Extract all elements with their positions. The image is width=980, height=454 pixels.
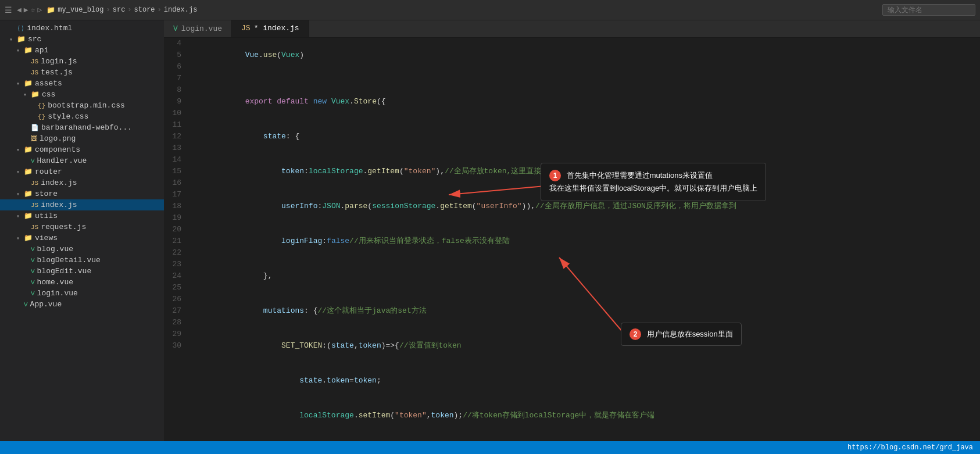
sidebar-label-api: api <box>35 46 48 55</box>
sidebar-label-blogdetail-vue: blogDetail.vue <box>37 256 101 264</box>
sidebar-item-store[interactable]: 📁 store <box>0 188 164 199</box>
sidebar-item-router-index-js[interactable]: JS index.js <box>0 177 164 188</box>
sidebar-label-components: components <box>35 145 80 154</box>
title-bar-nav: ◀ ▶ ☆ ▷ <box>17 5 42 15</box>
sidebar-label-views: views <box>35 234 58 242</box>
code-editor[interactable]: 4 5 6 7 8 9 10 11 12 13 14 15 16 17 18 1… <box>164 38 980 441</box>
sidebar-label-css: css <box>42 90 55 99</box>
code-line-14: state.token=token; <box>191 363 975 398</box>
sidebar-item-barbarahand[interactable]: 📄 barbarahand-webfo... <box>0 122 164 133</box>
file-css-icon-2: {} <box>38 113 45 120</box>
status-bar-url[interactable]: https://blog.csdn.net/grd_java <box>847 444 973 452</box>
file-vue-icon-blogdetail: V <box>31 257 35 264</box>
store-arrow-icon <box>16 191 22 198</box>
sidebar-item-api[interactable]: 📁 api <box>0 45 164 56</box>
folder-utils-icon: 📁 <box>24 212 33 220</box>
sidebar-item-views[interactable]: 📁 views <box>0 233 164 244</box>
sidebar-item-login-vue-file[interactable]: V login.vue <box>0 288 164 299</box>
code-line-11: }, <box>191 259 975 294</box>
tab-label-login-vue: login.vue <box>181 24 222 33</box>
sidebar-item-home-vue[interactable]: V home.vue <box>0 277 164 288</box>
file-vue-tab-icon: V <box>173 24 178 33</box>
utils-arrow-icon <box>16 213 22 220</box>
sidebar-item-bootstrap[interactable]: {} bootstrap.min.css <box>0 100 164 111</box>
tab-login-vue[interactable]: V login.vue <box>164 20 232 37</box>
sidebar-item-request-js[interactable]: JS request.js <box>0 221 164 233</box>
sidebar: ⟨⟩ index.html 📁 src 📁 api JS login.js JS… <box>0 20 164 441</box>
line-numbers: 4 5 6 7 8 9 10 11 12 13 14 15 16 17 18 1… <box>164 38 186 441</box>
back-button[interactable]: ◀ <box>17 5 22 15</box>
tabs-bar: V login.vue JS * index.js <box>164 20 980 38</box>
file-icon-generic: 📄 <box>31 124 39 131</box>
tab-index-js[interactable]: JS * index.js <box>232 20 309 37</box>
sidebar-item-index-html[interactable]: ⟨⟩ index.html <box>0 23 164 34</box>
forward-button[interactable]: ▶ <box>24 5 28 15</box>
breadcrumb: 📁 my_vue_blog › src › store › index.js <box>47 6 878 15</box>
bookmark-icon[interactable]: ☆ <box>31 5 35 15</box>
sidebar-item-css[interactable]: 📁 css <box>0 89 164 100</box>
code-line-10: loginFlag:false//用来标识当前登录状态，false表示没有登陆 <box>191 224 975 259</box>
sidebar-label-store-index-js: index.js <box>41 201 77 209</box>
code-line-7: state: { <box>191 119 975 154</box>
sidebar-label-index-html: index.html <box>27 24 72 33</box>
sidebar-label-app-vue: App.vue <box>30 300 62 309</box>
folder-assets-icon: 📁 <box>24 79 33 88</box>
sidebar-label-test-js: test.js <box>41 68 73 77</box>
file-js-icon-router: JS <box>31 180 38 187</box>
code-line-5 <box>191 73 975 84</box>
sidebar-item-style-css[interactable]: {} style.css <box>0 111 164 122</box>
code-lines: Vue.use(Vuex) export default new Vuex.St… <box>186 38 980 441</box>
sidebar-item-utils[interactable]: 📁 utils <box>0 210 164 221</box>
breadcrumb-part-3: store <box>134 6 155 14</box>
breadcrumb-part-2: src <box>113 6 126 14</box>
sidebar-item-app-vue[interactable]: V App.vue <box>0 299 164 310</box>
sidebar-item-blogdetail-vue[interactable]: V blogDetail.vue <box>0 255 164 266</box>
file-vue-icon-app: V <box>24 301 28 308</box>
file-js-icon-2: JS <box>31 69 38 76</box>
breadcrumb-part-4: index.js <box>164 6 198 14</box>
folder-src-icon: 📁 <box>17 35 26 44</box>
breadcrumb-part-1: my_vue_blog <box>58 6 103 14</box>
sidebar-item-blogedit-vue[interactable]: V blogEdit.vue <box>0 266 164 277</box>
sidebar-label-router: router <box>35 167 62 176</box>
folder-store-icon: 📁 <box>24 190 33 198</box>
css-arrow-icon <box>23 91 29 98</box>
sidebar-label-style-css: style.css <box>48 112 88 121</box>
sidebar-label-barbarahand: barbarahand-webfo... <box>41 123 132 132</box>
sidebar-label-router-index-js: index.js <box>41 178 77 187</box>
file-vue-icon-blogedit: V <box>31 268 35 275</box>
file-png-icon: 🖼 <box>31 135 37 142</box>
sidebar-item-test-js[interactable]: JS test.js <box>0 67 164 78</box>
sidebar-item-login-js[interactable]: JS login.js <box>0 56 164 67</box>
sidebar-item-store-index-js[interactable]: JS index.js <box>0 199 164 210</box>
sidebar-item-logo-png[interactable]: 🖼 logo.png <box>0 133 164 144</box>
sidebar-item-handler-vue[interactable]: V Handler.vue <box>0 155 164 166</box>
code-line-9: userInfo:JSON.parse(sessionStorage.getIt… <box>191 189 975 224</box>
components-arrow-icon <box>16 146 22 153</box>
file-js-tab-icon: JS <box>241 24 251 33</box>
search-input[interactable] <box>882 4 975 16</box>
sidebar-item-components[interactable]: 📁 components <box>0 144 164 155</box>
file-css-icon: {} <box>38 102 45 109</box>
code-line-15: localStorage.setItem("token",token);//将t… <box>191 398 975 433</box>
sidebar-item-blog-vue[interactable]: V blog.vue <box>0 244 164 255</box>
file-js-icon: JS <box>31 58 38 65</box>
views-arrow-icon <box>16 235 22 242</box>
sidebar-item-assets[interactable]: 📁 assets <box>0 78 164 89</box>
sidebar-label-utils: utils <box>35 212 58 220</box>
play-icon[interactable]: ▷ <box>37 5 42 15</box>
main-layout: ⟨⟩ index.html 📁 src 📁 api JS login.js JS… <box>0 20 980 441</box>
sidebar-label-src: src <box>28 35 41 44</box>
sidebar-label-login-vue: login.vue <box>37 289 78 298</box>
status-bar: https://blog.csdn.net/grd_java <box>0 441 980 454</box>
menu-icon[interactable]: ☰ <box>5 5 12 15</box>
folder-router-icon: 📁 <box>24 167 33 176</box>
code-line-16: }, <box>191 433 975 441</box>
code-line-13: SET_TOKEN:(state,token)=>{//设置值到token <box>191 328 975 363</box>
sidebar-item-router[interactable]: 📁 router <box>0 166 164 177</box>
editor-area: V login.vue JS * index.js 4 5 6 7 8 9 10 <box>164 20 980 441</box>
file-vue-icon-home: V <box>31 279 35 286</box>
sidebar-label-assets: assets <box>35 79 62 88</box>
folder-css-icon: 📁 <box>31 90 40 99</box>
sidebar-item-src[interactable]: 📁 src <box>0 34 164 45</box>
